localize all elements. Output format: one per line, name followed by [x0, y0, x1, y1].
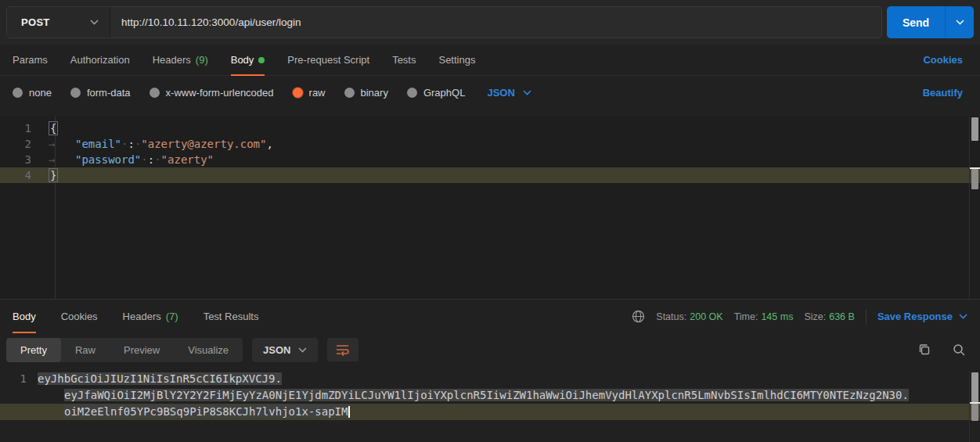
tab-label: Headers [153, 54, 191, 66]
text-cursor [348, 406, 350, 418]
chevron-down-icon [959, 314, 967, 319]
chevron-down-icon [956, 20, 964, 25]
comma: , [266, 138, 272, 150]
colon: : [148, 153, 154, 166]
body-mode-form-data[interactable]: form-data [70, 87, 131, 99]
response-tab-headers[interactable]: Headers (7) [123, 300, 178, 333]
time-label: Time: [734, 311, 758, 322]
copy-icon[interactable] [917, 343, 931, 357]
response-tab-cookies[interactable]: Cookies [61, 300, 98, 333]
postman-window: POST Send Params Authorization Headers [0, 0, 980, 442]
editor-line: 3 →"password"·:·"azerty" [0, 152, 980, 167]
body-mode-row: none form-data x-www-form-urlencoded raw… [0, 76, 980, 109]
line-number: 3 [0, 152, 41, 167]
tab-label: Body [231, 54, 254, 66]
response-line: eyJfaWQiOiI2MjBlY2Y2Y2FiMjEyYzA0NjE1Yjdm… [0, 387, 980, 404]
line-number: 2 [0, 136, 41, 152]
close-brace: } [49, 168, 58, 182]
response-tabs-bar: Body Cookies Headers (7) Test Results St… [0, 300, 980, 333]
search-icon[interactable] [952, 343, 966, 357]
tab-settings[interactable]: Settings [438, 45, 475, 76]
scrollbar-thumb[interactable] [971, 117, 978, 141]
whitespace-tab-icon: → [49, 136, 75, 152]
tab-label: Authorization [70, 54, 130, 66]
method-selector[interactable]: POST [7, 7, 110, 38]
radio-icon [13, 88, 23, 98]
body-mode-graphql[interactable]: GraphQL [407, 87, 465, 99]
scrollbar-marker [971, 169, 978, 189]
view-preview[interactable]: Preview [110, 338, 174, 362]
body-mode-x-www-form-urlencoded[interactable]: x-www-form-urlencoded [150, 87, 274, 99]
json-key: "email" [75, 138, 121, 150]
size-label: Size: [804, 311, 826, 322]
cookies-link[interactable]: Cookies [923, 54, 963, 66]
divider [866, 309, 867, 325]
time-field: Time:145 ms [734, 311, 794, 322]
tab-authorization[interactable]: Authorization [70, 45, 130, 76]
line-number: 1 [0, 371, 38, 387]
tab-label: Pre-request Script [287, 54, 369, 66]
tab-body[interactable]: Body [231, 45, 265, 76]
view-visualize[interactable]: Visualize [174, 338, 243, 362]
request-tabs-bar: Params Authorization Headers (9) Body Pr… [0, 45, 980, 76]
network-globe-icon[interactable] [632, 310, 645, 323]
view-pretty[interactable]: Pretty [6, 338, 61, 362]
jwt-header-segment: eyJhbGciOiJIUzI1NiIsInR5cCI6IkpXVCJ9. [38, 372, 282, 385]
tab-tests[interactable]: Tests [392, 45, 416, 76]
body-mode-raw[interactable]: raw [293, 87, 326, 99]
status-value: 200 OK [690, 311, 722, 322]
line-number: 4 [0, 167, 41, 183]
scrollbar-thumb[interactable] [971, 372, 978, 402]
tab-params[interactable]: Params [13, 45, 48, 76]
tab-label: Params [13, 54, 48, 66]
view-switcher: Pretty Raw Preview Visualize [6, 338, 243, 362]
chevron-down-icon [90, 20, 99, 25]
radio-selected-icon [293, 88, 303, 98]
colon: : [128, 138, 134, 150]
beautify-link[interactable]: Beautify [923, 87, 963, 99]
json-value: "azerty" [161, 153, 214, 166]
status-label: Status: [656, 311, 686, 322]
request-body-editor[interactable]: 1 { 2 →"email"·:·"azerty@azerty.com", 3 … [0, 116, 980, 299]
response-tab-test-results[interactable]: Test Results [204, 300, 259, 333]
response-body-viewer[interactable]: 1 eyJhbGciOiJIUzI1NiIsInR5cCI6IkpXVCJ9. … [0, 371, 980, 442]
tab-label: Settings [438, 54, 475, 66]
whitespace-dot: · [154, 153, 160, 166]
body-mode-none[interactable]: none [13, 87, 52, 99]
time-value: 145 ms [761, 311, 793, 322]
jwt-signature-segment: oiM2eElnf05YPc9BSq9PiP8S8KCJh7lvhjo1x-sa… [64, 405, 348, 418]
tab-label: Tests [392, 54, 416, 66]
body-content-dot-icon [258, 57, 265, 63]
chevron-down-icon [298, 347, 307, 353]
body-mode-binary[interactable]: binary [344, 87, 388, 99]
radio-icon [150, 88, 160, 98]
response-scrollbar [969, 371, 980, 442]
json-value: "azerty@azerty.com" [141, 138, 266, 150]
send-options-button[interactable] [945, 6, 974, 38]
url-input[interactable] [110, 7, 881, 38]
tab-pre-request-script[interactable]: Pre-request Script [287, 45, 369, 76]
send-split-button: Send [887, 6, 974, 38]
wrap-text-icon[interactable] [327, 338, 358, 361]
radio-icon [407, 88, 417, 98]
radio-icon [344, 88, 355, 98]
scrollbar-marker [971, 404, 978, 421]
request-url-bar: POST Send [0, 0, 980, 45]
headers-count: (9) [196, 54, 208, 66]
method-label: POST [21, 16, 50, 28]
editor-scrollbar [969, 116, 980, 299]
response-tab-body[interactable]: Body [13, 300, 36, 333]
save-response-button[interactable]: Save Response [877, 311, 967, 322]
url-box: POST [6, 6, 882, 38]
response-line: 1 eyJhbGciOiJIUzI1NiIsInR5cCI6IkpXVCJ9. [0, 371, 980, 387]
raw-language-selector[interactable]: JSON [487, 87, 531, 99]
whitespace-tab-icon: → [49, 152, 75, 167]
response-language-selector[interactable]: JSON [252, 338, 318, 362]
response-toolbar: Pretty Raw Preview Visualize JSON [0, 333, 980, 366]
response-actions [917, 343, 966, 357]
open-brace: { [49, 121, 58, 135]
size-value: 636 B [829, 311, 855, 322]
send-button[interactable]: Send [887, 6, 945, 38]
view-raw[interactable]: Raw [61, 338, 110, 362]
tab-headers[interactable]: Headers (9) [153, 45, 208, 76]
